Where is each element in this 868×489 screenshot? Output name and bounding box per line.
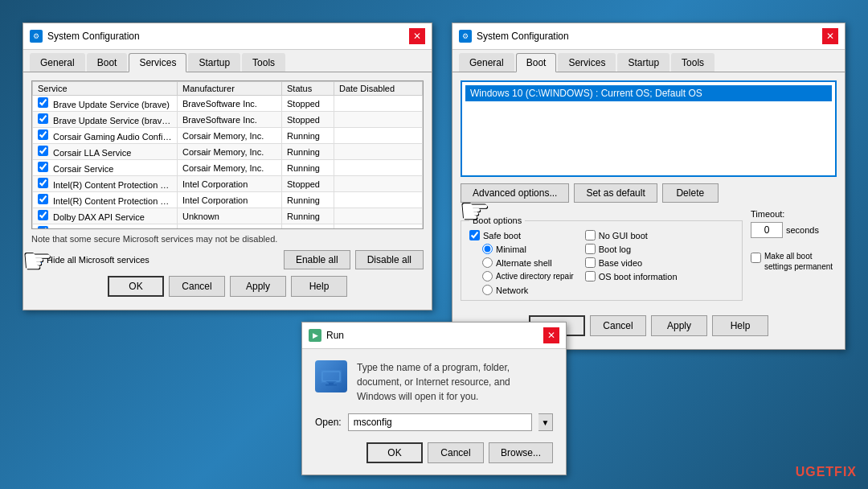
boot-log-checkbox[interactable] (585, 244, 596, 254)
service-name: Brave Update Service (brave) (53, 100, 170, 109)
safe-boot-checkbox[interactable] (469, 230, 480, 240)
run-content: Type the name of a program, folder, docu… (302, 349, 566, 475)
hide-ms-checkbox[interactable] (31, 255, 42, 265)
run-input-field[interactable] (348, 413, 532, 431)
tab-tools-2[interactable]: Tools (671, 53, 714, 72)
service-checkbox[interactable] (38, 146, 48, 156)
run-browse-btn[interactable]: Browse... (489, 442, 553, 463)
table-row[interactable]: Corsair LLA Service Corsair Memory, Inc.… (33, 144, 423, 160)
no-gui-boot-option[interactable]: No GUI boot (585, 230, 678, 240)
close-btn-1[interactable]: ✕ (409, 28, 425, 44)
close-btn-3[interactable]: ✕ (543, 327, 559, 343)
col-status[interactable]: Status (282, 82, 334, 96)
tab-bar-2: General Boot Services Startup Tools (452, 50, 845, 72)
enable-all-btn[interactable]: Enable all (284, 250, 350, 269)
service-checkbox[interactable] (38, 226, 48, 229)
boot-log-option[interactable]: Boot log (585, 244, 678, 254)
tab-boot-1[interactable]: Boot (87, 53, 128, 72)
timeout-input[interactable] (751, 222, 783, 238)
services-table: Service Manufacturer Status Date Disable… (32, 81, 423, 229)
boot-options-fieldset: Boot options Safe boot Minimal (461, 216, 743, 301)
help-btn-2[interactable]: Help (712, 315, 768, 336)
safe-boot-option[interactable]: Safe boot (469, 230, 574, 240)
ad-repair-radio[interactable] (482, 271, 493, 281)
boot-col-left: Safe boot Minimal Alternate shell A (469, 230, 574, 295)
col-manufacturer[interactable]: Manufacturer (178, 82, 282, 96)
open-label: Open: (315, 417, 342, 428)
table-row[interactable]: Brave Update Service (bravem) BraveSoftw… (33, 112, 423, 128)
cancel-btn-1[interactable]: Cancel (169, 276, 225, 297)
service-checkbox[interactable] (38, 97, 48, 108)
help-btn-1[interactable]: Help (291, 276, 347, 297)
ok-btn-1[interactable]: OK (108, 276, 164, 297)
no-gui-checkbox[interactable] (585, 230, 596, 240)
service-date (334, 224, 423, 230)
alternate-shell-radio[interactable] (482, 257, 493, 268)
tab-startup-2[interactable]: Startup (617, 53, 669, 72)
tab-services-2[interactable]: Services (558, 53, 616, 72)
titlebar-boot: ⚙ System Configuration ✕ (452, 23, 845, 50)
base-video-option[interactable]: Base video (585, 257, 678, 268)
service-manufacturer: Corsair Memory, Inc. (178, 128, 282, 144)
table-row[interactable]: Corsair Gaming Audio Configurat... Corsa… (33, 128, 423, 144)
network-option[interactable]: Network (482, 285, 574, 295)
service-date (334, 144, 423, 160)
table-row[interactable]: Brave Update Service (brave) BraveSoftwa… (33, 96, 423, 112)
hide-ms-label[interactable]: Hide all Microsoft services (31, 255, 149, 265)
services-scroll[interactable]: Service Manufacturer Status Date Disable… (31, 80, 424, 229)
services-note: Note that some secure Microsoft services… (31, 234, 424, 244)
service-manufacturer: BraveSoftware Inc. (178, 96, 282, 112)
col-date[interactable]: Date Disabled (334, 82, 423, 96)
base-video-checkbox[interactable] (585, 257, 596, 268)
ad-repair-option[interactable]: Active directory repair (482, 271, 574, 281)
service-manufacturer: Unknown (178, 208, 282, 224)
tab-services-1[interactable]: Services (129, 53, 186, 72)
apply-btn-1[interactable]: Apply (230, 276, 286, 297)
make-permanent-label[interactable]: Make all boot settings permanent (751, 251, 837, 272)
tab-general-2[interactable]: General (459, 53, 514, 72)
run-cancel-btn[interactable]: Cancel (428, 442, 484, 463)
os-boot-info-checkbox[interactable] (585, 271, 596, 281)
service-checkbox[interactable] (38, 129, 48, 140)
svg-rect-3 (326, 384, 337, 386)
table-row[interactable]: Corsair Service Corsair Memory, Inc. Run… (33, 160, 423, 176)
alternate-shell-option[interactable]: Alternate shell (482, 257, 574, 268)
service-checkbox[interactable] (38, 194, 48, 204)
set-default-btn[interactable]: Set as default (574, 183, 657, 203)
service-checkbox[interactable] (38, 210, 48, 220)
boot-list-item[interactable]: Windows 10 (C:\WINDOWS) : Current OS; De… (465, 85, 832, 101)
tab-boot-2[interactable]: Boot (516, 53, 557, 72)
make-permanent-checkbox[interactable] (751, 253, 761, 263)
minimal-option[interactable]: Minimal (482, 244, 574, 254)
service-checkbox[interactable] (38, 113, 48, 124)
network-radio[interactable] (482, 285, 493, 295)
service-checkbox[interactable] (38, 162, 48, 172)
service-checkbox[interactable] (38, 178, 48, 188)
service-manufacturer: BraveSoftware Inc. (178, 112, 282, 128)
os-boot-info-option[interactable]: OS boot information (585, 271, 678, 281)
dialog-boot: ⚙ System Configuration ✕ General Boot Se… (452, 23, 845, 350)
run-ok-btn[interactable]: OK (366, 442, 423, 463)
table-row[interactable]: Dolby DAX API Service Unknown Running (33, 208, 423, 224)
tab-startup-1[interactable]: Startup (188, 53, 240, 72)
delete-btn[interactable]: Delete (662, 183, 719, 203)
service-status: Stopped (282, 176, 334, 192)
title-icon-3: ▶ (309, 329, 321, 342)
table-row[interactable]: Intel(R) Content Protection HDC... Intel… (33, 192, 423, 208)
tab-general-1[interactable]: General (30, 53, 85, 72)
minimal-radio[interactable] (482, 244, 493, 254)
table-row[interactable]: EasyAntiCheat EasyAntiCheat Ltd Stopped (33, 224, 423, 230)
close-btn-2[interactable]: ✕ (822, 28, 838, 44)
apply-btn-2[interactable]: Apply (651, 315, 707, 336)
tab-tools-1[interactable]: Tools (242, 53, 285, 72)
boot-col-right: No GUI boot Boot log Base video OS (585, 230, 678, 295)
service-status: Running (282, 192, 334, 208)
col-service[interactable]: Service (33, 82, 178, 96)
advanced-options-btn[interactable]: Advanced options... (461, 183, 569, 203)
service-name: Intel(R) Content Protection HEC... (53, 180, 177, 190)
dropdown-arrow[interactable]: ▼ (538, 413, 553, 431)
table-row[interactable]: Intel(R) Content Protection HEC... Intel… (33, 176, 423, 192)
boot-list[interactable]: Windows 10 (C:\WINDOWS) : Current OS; De… (461, 80, 837, 177)
disable-all-btn[interactable]: Disable all (355, 250, 424, 269)
cancel-btn-2[interactable]: Cancel (590, 315, 646, 336)
